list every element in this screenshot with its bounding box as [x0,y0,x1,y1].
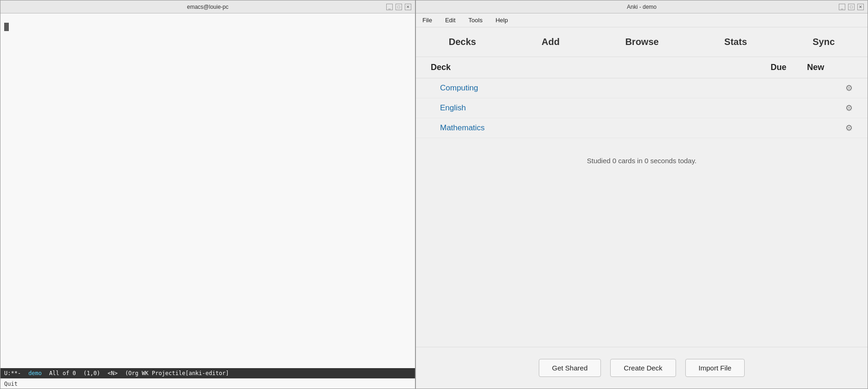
emacs-cursor [4,23,9,31]
emacs-window: emacs@louie-pc _ □ ✕ U:**- demo All of 0… [0,0,415,389]
emacs-title: emacs@louie-pc [187,4,229,10]
emacs-minimize-button[interactable]: _ [386,4,393,10]
create-deck-button[interactable]: Create Deck [610,359,676,377]
anki-menubar: File Edit Tools Help [416,13,868,27]
emacs-mode-indicator: U:**- [4,370,21,376]
header-due: Due [760,63,797,72]
nav-sync[interactable]: Sync [803,33,844,51]
emacs-minor-modes: (Org WK Projectile[anki-editor] [125,370,229,376]
deck-gear-english[interactable]: ⚙ [834,103,853,113]
nav-decks[interactable]: Decks [440,33,485,51]
emacs-maximize-button[interactable]: □ [396,4,402,10]
menu-edit[interactable]: Edit [442,16,458,25]
header-deck: Deck [431,63,760,72]
emacs-nav-mode: <N> [108,370,118,376]
deck-name-english[interactable]: English [440,103,760,113]
deck-gear-mathematics[interactable]: ⚙ [834,123,853,133]
emacs-editor-area[interactable] [0,13,415,368]
deck-row-english[interactable]: English ⚙ [416,98,868,118]
emacs-minibuffer-text: Quit [4,381,18,387]
nav-add[interactable]: Add [532,33,569,51]
deck-name-computing[interactable]: Computing [440,83,760,93]
anki-titlebar-buttons: _ □ ✕ [839,4,864,10]
import-file-button[interactable]: Import File [685,359,745,377]
anki-window: Anki - demo _ □ ✕ File Edit Tools Help D… [415,0,868,389]
anki-title: Anki - demo [627,4,657,10]
deck-table-header: Deck Due New [416,57,868,78]
menu-help[interactable]: Help [493,16,511,25]
deck-row-computing[interactable]: Computing ⚙ [416,78,868,98]
nav-stats[interactable]: Stats [715,33,756,51]
emacs-titlebar-buttons: _ □ ✕ [386,4,411,10]
deck-name-mathematics[interactable]: Mathematics [440,123,760,133]
anki-maximize-button[interactable]: □ [848,4,855,10]
menu-tools[interactable]: Tools [466,16,485,25]
anki-close-button[interactable]: ✕ [857,4,864,10]
deck-area: Deck Due New Computing ⚙ English ⚙ Mathe… [416,57,868,347]
get-shared-button[interactable]: Get Shared [539,359,601,377]
deck-row-mathematics[interactable]: Mathematics ⚙ [416,118,868,138]
deck-gear-computing[interactable]: ⚙ [834,83,853,93]
anki-footer: Get Shared Create Deck Import File [416,347,868,389]
menu-file[interactable]: File [420,16,435,25]
anki-minimize-button[interactable]: _ [839,4,845,10]
emacs-position: All of 0 [49,370,76,376]
emacs-cursor-pos: (1,0) [83,370,100,376]
emacs-titlebar: emacs@louie-pc _ □ ✕ [0,0,415,13]
studied-text: Studied 0 cards in 0 seconds today. [416,138,868,183]
anki-navbar: Decks Add Browse Stats Sync [416,27,868,57]
nav-browse[interactable]: Browse [616,33,668,51]
header-new: New [797,63,834,72]
emacs-minibuffer[interactable]: Quit [0,378,415,389]
emacs-buffer-name: demo [28,370,42,376]
emacs-close-button[interactable]: ✕ [405,4,411,10]
emacs-statusbar: U:**- demo All of 0 (1,0) <N> (Org WK Pr… [0,368,415,378]
anki-titlebar: Anki - demo _ □ ✕ [416,0,868,13]
